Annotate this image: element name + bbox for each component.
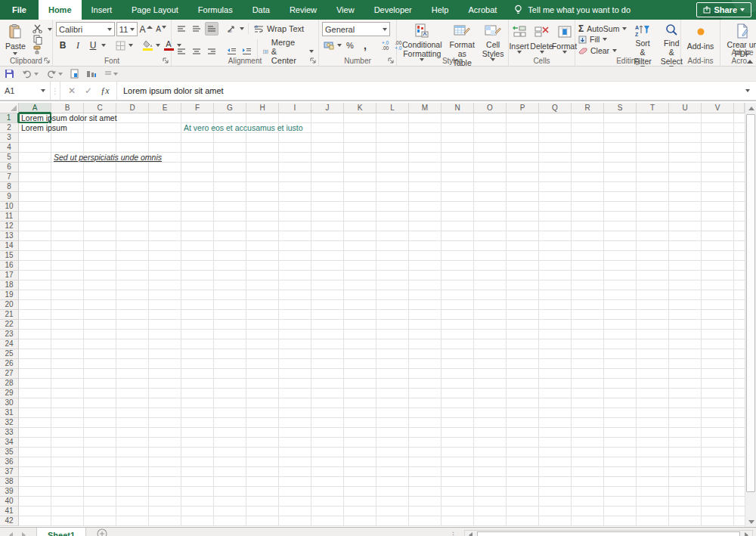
row-header-16[interactable]: 16	[0, 261, 19, 271]
row-header-14[interactable]: 14	[0, 241, 19, 251]
column-header-N[interactable]: N	[442, 103, 474, 113]
percent-button[interactable]: %	[343, 39, 357, 52]
row-header-41[interactable]: 41	[0, 507, 19, 516]
fill-color-chevron-icon[interactable]	[156, 44, 160, 47]
copy-chevron-icon[interactable]	[48, 28, 52, 31]
column-header-G[interactable]: G	[214, 103, 246, 113]
cell-A1[interactable]: Lorem ipsum dolor sit amet	[19, 113, 117, 123]
orientation-button[interactable]: ab	[225, 22, 238, 36]
column-header-H[interactable]: H	[246, 103, 279, 113]
format-cells-button[interactable]: Format	[554, 22, 575, 57]
new-sheet-button[interactable]	[97, 528, 107, 536]
menu-tab-review[interactable]: Review	[280, 0, 327, 20]
vertical-scrollbar[interactable]	[745, 103, 756, 527]
tabbar-resize-handle[interactable]: ⋮	[450, 531, 457, 536]
addins-button[interactable]: Add-ins	[684, 22, 717, 57]
column-header-partial[interactable]	[734, 103, 745, 113]
borders-chevron-icon[interactable]	[129, 44, 133, 47]
scroll-left-button[interactable]	[465, 531, 476, 536]
row-header-27[interactable]: 27	[0, 369, 19, 379]
column-header-T[interactable]: T	[637, 103, 669, 113]
insert-function-button[interactable]: ƒx	[97, 83, 113, 98]
horizontal-scroll-thumb[interactable]	[477, 531, 740, 536]
select-all-button[interactable]	[0, 103, 19, 113]
font-dialog-launcher[interactable]	[163, 57, 169, 64]
column-header-R[interactable]: R	[572, 103, 604, 113]
column-header-J[interactable]: J	[311, 103, 344, 113]
cell-A2[interactable]: Lorem ipsum	[19, 123, 67, 133]
delete-cells-button[interactable]: Delete	[531, 22, 553, 57]
row-header-39[interactable]: 39	[0, 487, 19, 497]
menu-tab-developer[interactable]: Developer	[364, 0, 422, 20]
horizontal-scrollbar[interactable]	[464, 530, 753, 536]
italic-button[interactable]: I	[71, 39, 85, 52]
fill-color-button[interactable]	[141, 39, 154, 52]
top-align-button[interactable]	[175, 22, 188, 36]
row-header-18[interactable]: 18	[0, 280, 19, 290]
cell-F2[interactable]: At vero eos et accusamus et iusto	[181, 123, 303, 133]
row-header-8[interactable]: 8	[0, 182, 19, 192]
borders-button[interactable]	[113, 39, 127, 52]
row-header-17[interactable]: 17	[0, 271, 19, 280]
fill-button[interactable]: Fill	[578, 35, 627, 45]
row-header-21[interactable]: 21	[0, 310, 19, 320]
column-header-L[interactable]: L	[376, 103, 409, 113]
vertical-scroll-thumb[interactable]	[746, 114, 755, 492]
underline-button[interactable]: U	[86, 39, 100, 52]
sort-filter-button[interactable]: AZ Sort & Filter	[631, 22, 653, 57]
row-header-28[interactable]: 28	[0, 379, 19, 389]
next-sheet-button[interactable]	[22, 532, 26, 536]
row-header-4[interactable]: 4	[0, 143, 19, 153]
font-size-select[interactable]: 11	[116, 22, 138, 36]
row-header-36[interactable]: 36	[0, 457, 19, 467]
row-header-34[interactable]: 34	[0, 438, 19, 448]
format-as-table-button[interactable]: Format as Table	[448, 22, 477, 57]
insert-cells-button[interactable]: Insert	[509, 22, 530, 57]
increase-decimal-button[interactable]: +.0.00	[380, 39, 391, 51]
row-header-37[interactable]: 37	[0, 467, 19, 477]
paste-button[interactable]: Paste	[3, 22, 28, 57]
formula-input[interactable]: Lorem ipsum dolor sit amet	[117, 82, 739, 100]
format-painter-button[interactable]	[31, 45, 45, 55]
column-header-F[interactable]: F	[181, 103, 214, 113]
column-header-B[interactable]: B	[51, 103, 84, 113]
accounting-format-button[interactable]	[322, 39, 336, 52]
bold-button[interactable]: B	[56, 39, 70, 52]
column-header-U[interactable]: U	[669, 103, 702, 113]
clipboard-dialog-launcher[interactable]	[44, 57, 51, 64]
share-button[interactable]: Share	[696, 2, 751, 17]
clear-button[interactable]: Clear	[578, 45, 627, 55]
name-box[interactable]: A1	[0, 82, 50, 100]
menu-tab-data[interactable]: Data	[243, 0, 280, 20]
bottom-align-button[interactable]	[205, 22, 218, 36]
alignment-dialog-launcher[interactable]	[310, 57, 317, 64]
row-header-38[interactable]: 38	[0, 477, 19, 487]
row-header-11[interactable]: 11	[0, 212, 19, 222]
row-header-12[interactable]: 12	[0, 222, 19, 231]
column-header-S[interactable]: S	[604, 103, 637, 113]
menu-tab-file[interactable]: File	[0, 0, 39, 20]
shrink-font-button[interactable]: A	[154, 23, 168, 36]
row-header-42[interactable]: 42	[0, 516, 19, 526]
row-header-13[interactable]: 13	[0, 231, 19, 241]
column-header-V[interactable]: V	[702, 103, 734, 113]
number-dialog-launcher[interactable]	[388, 57, 395, 64]
row-header-2[interactable]: 2	[0, 123, 19, 133]
row-header-31[interactable]: 31	[0, 408, 19, 418]
expand-formula-bar-button[interactable]	[739, 82, 756, 100]
customize-qat-button[interactable]	[104, 70, 118, 77]
column-header-K[interactable]: K	[344, 103, 376, 113]
row-header-29[interactable]: 29	[0, 389, 19, 398]
grow-font-button[interactable]: A	[139, 23, 153, 36]
prev-sheet-button[interactable]	[9, 532, 13, 536]
row-header-6[interactable]: 6	[0, 163, 19, 172]
row-header-5[interactable]: 5	[0, 153, 19, 163]
row-header-26[interactable]: 26	[0, 359, 19, 369]
undo-button[interactable]	[22, 70, 39, 79]
row-header-23[interactable]: 23	[0, 330, 19, 339]
row-header-24[interactable]: 24	[0, 339, 19, 349]
row-header-1[interactable]: 1	[0, 113, 19, 123]
column-header-E[interactable]: E	[149, 103, 181, 113]
row-header-30[interactable]: 30	[0, 398, 19, 408]
row-header-22[interactable]: 22	[0, 320, 19, 330]
